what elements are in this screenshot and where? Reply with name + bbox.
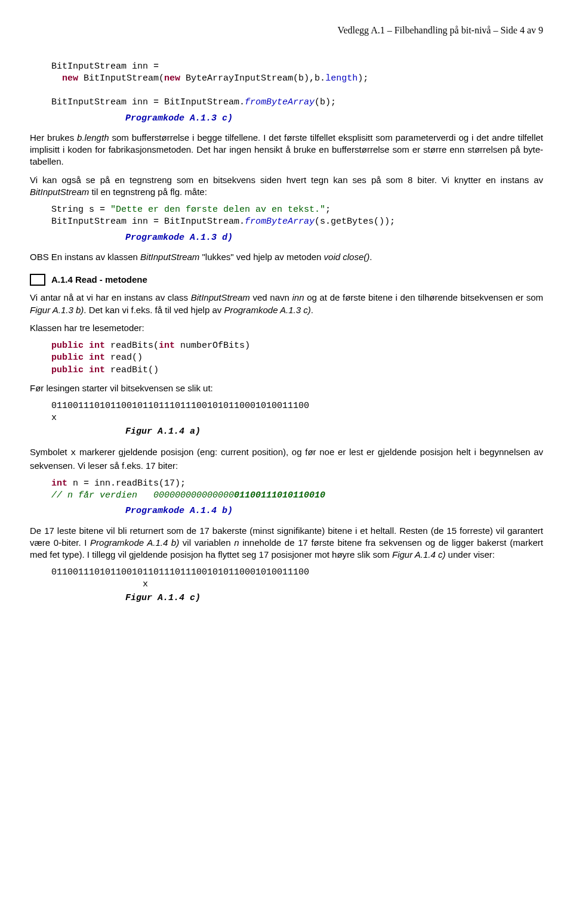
paragraph: Klassen har tre lesemetoder: (30, 322, 543, 334)
code-line: ); (358, 73, 368, 84)
code-block-4: int n = inn.readBits(17); // n får verdi… (41, 478, 543, 502)
text: Symbolet (30, 447, 70, 457)
text: markerer gjeldende posisjon (eng: curren… (30, 447, 543, 470)
text: Vi kan også se på en tegnstreng som en b… (30, 175, 543, 185)
text: . Det kan vi f.eks. få til ved hjelp av (84, 305, 224, 315)
code-line: BitInputStream inn = BitInputStream. (41, 97, 245, 107)
text: Her brukes (30, 132, 77, 143)
text-italic: BitInputStream (140, 252, 199, 262)
code-block-3: public int readBits(int numberOfBits) pu… (41, 340, 543, 376)
code-line: read() (105, 353, 143, 363)
figure-caption-a14a: Figur A.1.4 a) (125, 426, 543, 438)
caption-programkode-a13c: Programkode A.1.3 c) (125, 113, 543, 125)
figure-caption-a14c: Figur A.1.4 c) (125, 592, 543, 604)
paragraph: Symbolet x markerer gjeldende posisjon (… (30, 446, 543, 472)
text: og at de første bitene i den tilhørende … (304, 292, 543, 302)
string-literal: "Dette er den første delen av en tekst." (110, 205, 325, 215)
kw-new: new (62, 73, 78, 84)
kw-int: int (89, 365, 105, 375)
text: vil variablen (179, 537, 234, 548)
page-header: Vedlegg A.1 – Filbehandling på bit-nivå … (30, 24, 543, 37)
section-heading: A.1.4 Read - metodene (30, 274, 543, 286)
text-italic: BitInputStream (191, 292, 250, 302)
caption-programkode-a14b: Programkode A.1.4 b) (125, 505, 543, 517)
kw-public: public (51, 365, 84, 375)
bits: 0110011101011001011011101110010101100010… (41, 567, 309, 577)
text: Vi antar nå at vi har en instans av clas… (30, 292, 191, 302)
text-italic: Programkode A.1.4 b) (90, 537, 179, 548)
section-title: A.1.4 Read - metodene (51, 274, 147, 286)
code-line: readBits( (105, 341, 159, 351)
text: . (311, 305, 313, 315)
code-line: (s.getBytes()); (315, 217, 395, 227)
kw-method: fromByteArray (245, 97, 315, 107)
code-line: numberOfBits) (175, 341, 250, 351)
checkbox-icon (30, 274, 45, 286)
paragraph: De 17 leste bitene vil bli returnert som… (30, 525, 543, 561)
comment-bold: 01100111010110010 (234, 490, 325, 500)
text-italic: b.length (77, 132, 109, 143)
kw-public: public (51, 341, 84, 351)
kw-int: int (159, 341, 175, 351)
kw-int: int (51, 478, 67, 489)
text-italic: Figur A.1.4 c) (392, 549, 445, 560)
bit-sequence-2: 0110011101011001011011101110010101100010… (41, 567, 543, 590)
code-line: readBit() (105, 365, 159, 375)
code-line: BitInputStream inn = BitInputStream. (41, 217, 245, 227)
text: OBS En instans av klassen (30, 252, 140, 262)
caption-programkode-a13d: Programkode A.1.3 d) (125, 232, 543, 244)
text-italic: n (234, 537, 239, 548)
code-line: n = inn.readBits(17); (67, 478, 186, 489)
code-line: BitInputStream( (78, 73, 164, 84)
code-line: ; (325, 205, 331, 215)
kw-int: int (89, 341, 105, 351)
text: til en tegnstreng på flg. måte: (89, 187, 207, 197)
comment-text: // n får verdien 000000000000000 (51, 490, 234, 500)
paragraph: Vi kan også se på en tegnstreng som en b… (30, 174, 543, 199)
kw-public: public (51, 353, 84, 363)
text: under viser: (445, 549, 495, 560)
kw-new: new (164, 73, 180, 84)
text: "lukkes" ved hjelp av metoden (199, 252, 324, 262)
text-italic: Programkode A.1.3 c) (224, 305, 310, 315)
code-line (41, 73, 62, 84)
bits: 0110011101011001011011101110010101100010… (41, 401, 309, 411)
text-italic: void close() (324, 252, 370, 262)
paragraph: OBS En instans av klassen BitInputStream… (30, 251, 543, 263)
paragraph: Vi antar nå at vi har en instans av clas… (30, 292, 543, 316)
kw-int: int (89, 353, 105, 363)
bit-sequence-1: 0110011101011001011011101110010101100010… (41, 400, 543, 424)
code-comment: // n får verdien 00000000000000001100111… (51, 490, 325, 500)
code-block-1: BitInputStream inn = new BitInputStream(… (41, 61, 543, 109)
text: ved navn (250, 292, 292, 302)
kw-length: length (325, 73, 358, 84)
code-line: BitInputStream inn = (41, 61, 159, 72)
paragraph: Her brukes b.length som bufferstørrelse … (30, 132, 543, 168)
kw-method: fromByteArray (245, 217, 315, 227)
marker-x: x (41, 413, 57, 423)
text-italic: BitInputStream (30, 187, 89, 197)
mono-x: x (70, 448, 76, 458)
code-block-2: String s = "Dette er den første delen av… (41, 204, 543, 228)
marker-x: x (41, 579, 148, 589)
code-line: (b); (315, 97, 336, 107)
paragraph: Før lesingen starter vil bitsekvensen se… (30, 382, 543, 394)
text-italic: inn (292, 292, 304, 302)
text: . (369, 252, 372, 262)
code-line: String s = (41, 205, 110, 215)
text-italic: Figur A.1.3 b) (30, 305, 84, 315)
code-line: ByteArrayInputStream(b),b. (180, 73, 325, 84)
